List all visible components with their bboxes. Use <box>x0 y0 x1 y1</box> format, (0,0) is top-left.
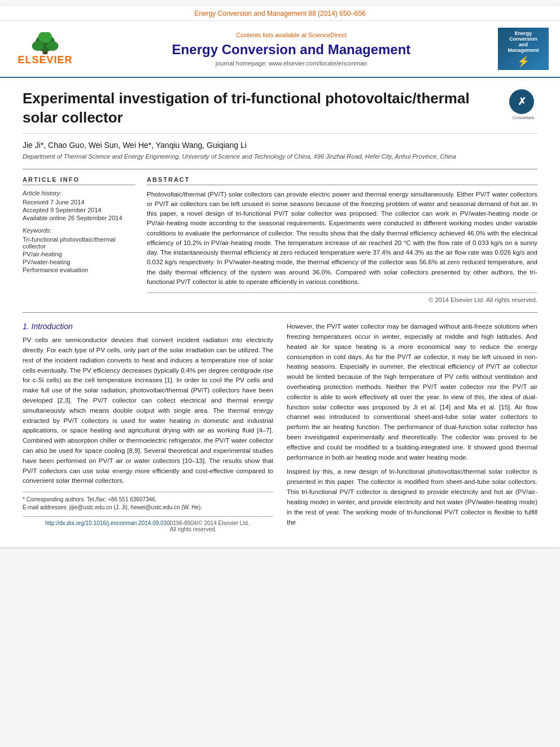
journal-header: ELSEVIER Contents lists available at Sci… <box>0 21 560 78</box>
journal-cover-image: Energy Conversion and Management ⚡ <box>498 28 549 70</box>
publisher-logo-area: ELSEVIER <box>11 32 102 66</box>
footnote-corresponding: * Corresponding authors. Tel./fax: +86 5… <box>23 496 273 504</box>
intro-paragraph-1: PV cells are semiconductor devices that … <box>23 335 273 486</box>
received-date: Received 7 June 2014 <box>23 199 135 206</box>
abstract-column: ABSTRACT Photovoltaic/thermal (PV/T) sol… <box>147 176 537 304</box>
abstract-text: Photovoltaic/thermal (PV/T) solar collec… <box>147 190 537 287</box>
keyword-4: Performance evaluation <box>23 267 135 273</box>
abstract-title: ABSTRACT <box>147 176 537 185</box>
sciencedirect-link[interactable]: ScienceDirect <box>308 32 347 38</box>
keyword-2: PV/air-heating <box>23 251 135 257</box>
copyright-line: © 2014 Elsevier Ltd. All rights reserved… <box>147 292 537 303</box>
accepted-date: Accepted 9 September 2014 <box>23 207 135 213</box>
body-left-column: 1. Introduction PV cells are semiconduct… <box>23 322 273 536</box>
body-right-column: However, the PV/T water collector may be… <box>287 322 537 536</box>
page: Energy Conversion and Management 88 (201… <box>0 6 560 547</box>
issn-line: 0196-8904/© 2014 Elsevier Ltd. All right… <box>170 520 251 532</box>
available-online-date: Available online 26 September 2014 <box>23 215 135 221</box>
authors-line: Jie Ji*, Chao Guo, Wei Sun, Wei He*, Yan… <box>23 141 537 150</box>
body-columns: 1. Introduction PV cells are semiconduct… <box>23 322 537 536</box>
elsevier-tree-icon <box>17 32 73 54</box>
journal-homepage-url: journal homepage: www.elsevier.com/locat… <box>102 60 481 67</box>
journal-title-display: Energy Conversion and Management <box>102 42 481 58</box>
section-1-title: 1. Introduction <box>23 322 273 331</box>
intro-paragraph-right-1: However, the PV/T water collector may be… <box>287 322 537 462</box>
article-info-title: ARTICLE INFO <box>23 176 135 185</box>
svg-point-3 <box>47 41 59 50</box>
crossmark-label: CrossMark <box>509 115 537 120</box>
contents-available-line: Contents lists available at ScienceDirec… <box>102 32 481 38</box>
doi-link[interactable]: http://dx.doi.org/10.1016/j.enconman.201… <box>45 520 170 532</box>
article-title: Experimental investigation of tri-functi… <box>23 89 504 128</box>
elsevier-logo: ELSEVIER <box>11 32 79 66</box>
keyword-3: PV/water-heating <box>23 259 135 265</box>
article-title-section: Experimental investigation of tri-functi… <box>23 89 537 134</box>
affiliation-line: Department of Thermal Science and Energy… <box>23 153 537 160</box>
section-divider <box>23 312 537 313</box>
footnote-email: E-mail addresses: jijie@ustc.edu.cn (J. … <box>23 504 273 512</box>
svg-point-2 <box>32 41 44 50</box>
intro-paragraph-right-2: Inspired by this, a new design of tri-fu… <box>287 467 537 527</box>
journal-banner: Energy Conversion and Management 88 (201… <box>0 6 560 21</box>
article-meta-section: ARTICLE INFO Article history: Received 7… <box>23 169 537 304</box>
crossmark-badge[interactable]: ✗ CrossMark <box>509 89 537 117</box>
bottom-bar: http://dx.doi.org/10.1016/j.enconman.201… <box>23 516 273 536</box>
journal-citation: Energy Conversion and Management 88 (201… <box>194 10 366 18</box>
article-info-column: ARTICLE INFO Article history: Received 7… <box>23 176 135 304</box>
elsevier-wordmark: ELSEVIER <box>18 54 72 66</box>
journal-info-center: Contents lists available at ScienceDirec… <box>102 32 481 67</box>
footnote-section: * Corresponding authors. Tel./fax: +86 5… <box>23 492 273 512</box>
keyword-1: Tri-functional photovoltaic/thermal coll… <box>23 236 135 250</box>
journal-cover-right: Energy Conversion and Management ⚡ <box>481 28 549 70</box>
crossmark-icon: ✗ <box>509 89 534 114</box>
history-label: Article history: <box>23 190 135 196</box>
keywords-label: Keywords: <box>23 227 135 234</box>
article-content: Experimental investigation of tri-functi… <box>0 78 560 547</box>
